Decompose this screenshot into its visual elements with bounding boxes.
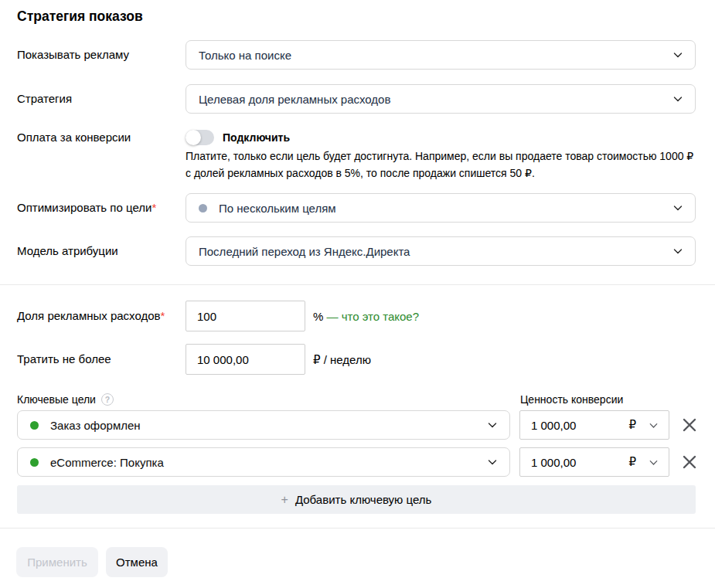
goal-value-select-1[interactable]: 1 000,00 ₽ bbox=[519, 410, 669, 440]
optimize-goal-selected-value: По нескольким целям bbox=[219, 202, 336, 215]
attribution-select[interactable]: Последний переход из Яндекс.Директа bbox=[186, 236, 696, 266]
key-goals-header: Ключевые цели ? bbox=[17, 393, 114, 406]
chevron-down-icon bbox=[486, 456, 499, 468]
pay-per-conversion-description: Платите, только если цель будет достигну… bbox=[186, 148, 702, 182]
show-ads-label: Показывать рекламу bbox=[17, 48, 129, 61]
required-asterisk: * bbox=[161, 309, 165, 322]
goal-value: 1 000,00 bbox=[531, 419, 576, 432]
strategy-settings-panel: Стратегия показов Показывать рекламу Тол… bbox=[0, 0, 715, 588]
add-key-goal-label: Добавить ключевую цель bbox=[295, 493, 431, 506]
attribution-label: Модель атрибуции bbox=[17, 244, 118, 257]
conversion-value-header: Ценность конверсии bbox=[520, 393, 623, 406]
cost-share-label-text: Доля рекламных расходов bbox=[17, 309, 161, 322]
goal-select-2[interactable]: eCommerce: Покупка bbox=[17, 447, 510, 477]
plus-icon: + bbox=[281, 493, 288, 507]
goal-name: eCommerce: Покупка bbox=[50, 456, 164, 469]
help-icon[interactable]: ? bbox=[101, 393, 114, 406]
remove-goal-button[interactable] bbox=[680, 453, 699, 471]
attribution-selected-value: Последний переход из Яндекс.Директа bbox=[199, 245, 410, 258]
chevron-down-icon bbox=[672, 49, 684, 61]
optimize-goal-label: Оптимизировать по цели* bbox=[17, 201, 156, 214]
show-ads-select[interactable]: Только на поиске bbox=[186, 40, 696, 70]
weekly-limit-label: Тратить не более bbox=[17, 352, 111, 365]
weekly-limit-input[interactable] bbox=[186, 344, 305, 375]
currency-symbol: ₽ bbox=[628, 418, 636, 432]
chevron-down-icon bbox=[648, 457, 659, 468]
currency-symbol: ₽ bbox=[628, 455, 636, 469]
strategy-select[interactable]: Целевая доля рекламных расходов bbox=[186, 84, 696, 114]
what-is-it-link[interactable]: — что это такое? bbox=[327, 310, 420, 323]
toggle-knob bbox=[186, 130, 201, 145]
show-ads-selected-value: Только на поиске bbox=[199, 49, 291, 62]
remove-goal-button[interactable] bbox=[680, 416, 699, 434]
close-icon bbox=[681, 416, 698, 433]
chevron-down-icon bbox=[672, 202, 684, 214]
chevron-down-icon bbox=[672, 93, 684, 105]
apply-button[interactable]: Применить bbox=[16, 547, 98, 577]
page-title: Стратегия показов bbox=[17, 8, 143, 25]
cost-share-suffix: % — что это такое? bbox=[313, 310, 419, 323]
close-icon bbox=[681, 454, 698, 471]
pay-per-conversion-label: Оплата за конверсии bbox=[17, 131, 131, 144]
percent-unit: % bbox=[313, 310, 323, 323]
goal-active-dot-icon bbox=[30, 458, 39, 467]
footer-divider bbox=[0, 528, 715, 529]
key-goals-header-text: Ключевые цели bbox=[17, 393, 96, 406]
goal-name: Заказ оформлен bbox=[50, 419, 141, 432]
optimize-goal-label-text: Оптимизировать по цели bbox=[17, 201, 152, 214]
cost-share-input[interactable] bbox=[186, 301, 305, 331]
goal-status-dot-icon bbox=[199, 204, 207, 212]
toggle-label: Подключить bbox=[223, 131, 290, 144]
goal-value-select-2[interactable]: 1 000,00 ₽ bbox=[519, 447, 669, 477]
chevron-down-icon bbox=[672, 245, 684, 257]
add-key-goal-button[interactable]: + Добавить ключевую цель bbox=[17, 485, 696, 514]
required-asterisk: * bbox=[152, 201, 156, 214]
weekly-limit-unit: ₽ / неделю bbox=[313, 353, 371, 367]
cancel-button[interactable]: Отмена bbox=[106, 547, 168, 577]
goal-value: 1 000,00 bbox=[531, 456, 576, 469]
goal-active-dot-icon bbox=[30, 421, 39, 430]
cost-share-label: Доля рекламных расходов* bbox=[17, 309, 165, 322]
section-divider bbox=[0, 284, 715, 285]
optimize-goal-select[interactable]: По нескольким целям bbox=[186, 193, 696, 223]
pay-per-conversion-toggle[interactable] bbox=[186, 130, 214, 145]
goal-select-1[interactable]: Заказ оформлен bbox=[17, 410, 510, 440]
strategy-selected-value: Целевая доля рекламных расходов bbox=[199, 93, 390, 106]
chevron-down-icon bbox=[486, 419, 499, 431]
strategy-label: Стратегия bbox=[17, 92, 72, 105]
chevron-down-icon bbox=[648, 420, 659, 431]
